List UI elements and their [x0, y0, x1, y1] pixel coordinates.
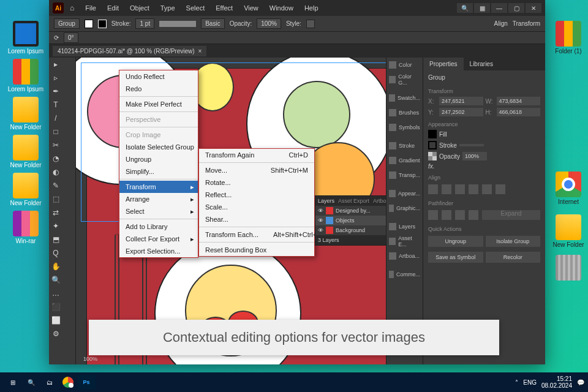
eye-icon[interactable]: 👁: [318, 217, 323, 224]
brush-basic[interactable]: Basic: [201, 18, 224, 29]
search-button[interactable]: 🔍: [22, 375, 40, 390]
tray-time[interactable]: 15:21: [541, 375, 572, 382]
tool-0[interactable]: ▸: [49, 58, 62, 71]
ctx-add-to-library[interactable]: Add to Library: [119, 221, 198, 233]
desktop-icon-winrar[interactable]: Win-rar: [7, 211, 44, 244]
dock-layers[interactable]: Layers: [386, 219, 423, 234]
ctx-export-selection-[interactable]: Export Selection...: [119, 245, 198, 257]
qa-save-symbol[interactable]: Save as Symbol: [428, 252, 483, 263]
tool-14[interactable]: Q: [49, 246, 62, 260]
tool-9[interactable]: ✎: [49, 179, 62, 192]
stroke-width-input[interactable]: [459, 144, 484, 146]
tool-17[interactable]: …: [49, 287, 62, 300]
ctx-transform-each-[interactable]: Transform Each...Alt+Shift+Ctrl+D: [199, 228, 314, 241]
dock-transp[interactable]: Transp...: [386, 168, 423, 183]
transform-x[interactable]: 247,6521: [439, 97, 483, 105]
desktop-icon-folder[interactable]: New Folder: [7, 173, 44, 206]
ctx-rotate-[interactable]: Rotate...: [199, 176, 314, 189]
qa-isolate[interactable]: Isolate Group: [486, 236, 541, 247]
stroke-profile[interactable]: [159, 21, 196, 27]
tool-19[interactable]: ⬜: [49, 314, 62, 327]
asset-export-tab[interactable]: Asset Export: [338, 198, 369, 204]
qa-ungroup[interactable]: Ungroup: [428, 236, 483, 247]
align-hcenter-icon[interactable]: [442, 184, 451, 194]
home-icon[interactable]: ⌂: [70, 4, 74, 12]
tool-20[interactable]: ⚙: [49, 327, 62, 341]
tool-18[interactable]: ⬛: [49, 300, 62, 314]
stroke-swatch[interactable]: [428, 141, 437, 149]
align-left-icon[interactable]: [428, 184, 438, 194]
align-bottom-icon[interactable]: [496, 184, 505, 194]
dock-stroke[interactable]: Stroke: [386, 138, 423, 153]
menu-window[interactable]: Window: [265, 2, 298, 14]
align-top-icon[interactable]: [469, 184, 478, 194]
dock-colorg[interactable]: Color G...: [386, 72, 423, 87]
stroke-width[interactable]: 1 pt: [135, 18, 154, 29]
ctx-shear-[interactable]: Shear...: [199, 213, 314, 225]
tray-notification-icon[interactable]: 💬: [577, 379, 584, 386]
pf-exclude-icon[interactable]: [469, 210, 478, 220]
libraries-tab[interactable]: Libraries: [464, 58, 499, 70]
menu-view[interactable]: View: [239, 2, 263, 14]
tray-chevron-icon[interactable]: ˄: [515, 379, 518, 386]
tool-5[interactable]: □: [49, 125, 62, 138]
tool-10[interactable]: ⬚: [49, 192, 62, 206]
dock-brushes[interactable]: Brushes: [386, 105, 423, 120]
dock-gradient[interactable]: Gradient: [386, 153, 423, 168]
menu-select[interactable]: Select: [181, 2, 210, 14]
pf-unite-icon[interactable]: [428, 210, 438, 220]
properties-tab[interactable]: Properties: [423, 58, 464, 70]
align-button[interactable]: Align: [494, 20, 508, 27]
layers-panel[interactable]: Layers Asset Export Artboards » 👁Designe…: [315, 195, 386, 246]
search-icon[interactable]: 🔍: [457, 3, 473, 13]
desktop-icon-computer[interactable]: Lorem Ipsum: [7, 21, 44, 55]
transform-y[interactable]: 247,2502: [439, 108, 483, 116]
opacity-input[interactable]: 100%: [462, 152, 487, 160]
tool-13[interactable]: ⬒: [49, 233, 62, 246]
transform-w[interactable]: 473,6834: [497, 97, 541, 105]
pf-intersect-icon[interactable]: [455, 210, 465, 220]
ctx-ungroup[interactable]: Ungroup: [119, 153, 198, 165]
titlebar[interactable]: Ai ⌂ FileEditObjectTypeSelectEffectViewW…: [49, 0, 545, 16]
fill-swatch[interactable]: [428, 130, 437, 138]
desktop-icon-folder[interactable]: New Folder: [7, 97, 44, 130]
dock-appear[interactable]: Appear...: [386, 186, 423, 201]
selection-target[interactable]: Group: [54, 18, 80, 29]
tray-date[interactable]: 08.02.2024: [541, 382, 572, 389]
layer-row[interactable]: 👁Designed by...: [315, 206, 386, 216]
tool-7[interactable]: ◔: [49, 152, 62, 165]
tool-3[interactable]: T: [49, 98, 62, 111]
ctx-transform-again[interactable]: Transform AgainCtrl+D: [199, 149, 314, 161]
layers-tab[interactable]: Layers: [318, 198, 334, 204]
align-vcenter-icon[interactable]: [482, 184, 492, 194]
taskbar[interactable]: ⊞ 🔍 🗂 Ps ˄ ENG 15:21 08.02.2024 💬: [0, 372, 588, 392]
minimize-button[interactable]: —: [491, 3, 507, 13]
photoshop-taskbar-icon[interactable]: Ps: [77, 375, 96, 390]
style-swatch[interactable]: [306, 20, 315, 28]
ctx-undo-reflect[interactable]: Undo Reflect: [119, 70, 198, 83]
ctx-collect-for-export[interactable]: Collect For Export▸: [119, 233, 198, 245]
tool-11[interactable]: ⇄: [49, 206, 62, 219]
tool-8[interactable]: ◐: [49, 165, 62, 179]
pf-minus-icon[interactable]: [442, 210, 451, 220]
menu-help[interactable]: Help: [300, 2, 323, 14]
chrome-taskbar-icon[interactable]: [59, 375, 77, 390]
layer-row[interactable]: 👁Background: [315, 225, 386, 235]
tool-4[interactable]: /: [49, 111, 62, 125]
ctx-move-[interactable]: Move...Shift+Ctrl+M: [199, 164, 314, 176]
close-tab-icon[interactable]: ×: [198, 48, 202, 55]
dock-assete[interactable]: Asset E...: [386, 234, 423, 249]
qa-recolor[interactable]: Recolor: [486, 252, 541, 263]
menu-edit[interactable]: Edit: [102, 2, 124, 14]
eye-icon[interactable]: 👁: [318, 227, 323, 233]
ctx-redo[interactable]: Redo: [119, 83, 198, 95]
menu-object[interactable]: Object: [125, 2, 154, 14]
ctx-select[interactable]: Select▸: [119, 205, 198, 217]
ctx-reset-bounding-box[interactable]: Reset Bounding Box: [199, 244, 314, 256]
ctx-simplify-[interactable]: Simplify...: [119, 165, 198, 178]
canvas-area[interactable]: Undo ReflectRedoMake Pixel PerfectPerspe…: [76, 58, 386, 364]
ctx-transform[interactable]: Transform▸: [119, 181, 198, 193]
dock-symbols[interactable]: Symbols: [386, 120, 423, 135]
arrange-docs-icon[interactable]: ▦: [474, 3, 490, 13]
tool-15[interactable]: ✋: [49, 260, 62, 273]
